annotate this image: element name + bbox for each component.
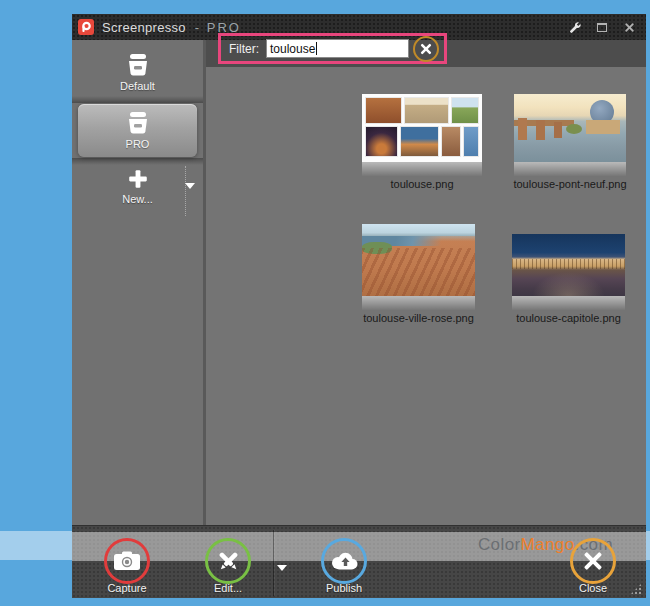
filter-label: Filter: [229, 42, 259, 56]
thumbnail-toulouse-ville-rose[interactable]: toulouse-ville-rose.png [362, 224, 475, 324]
publish-button[interactable] [321, 538, 367, 584]
thumbnail-reflection [512, 296, 625, 310]
edit-button[interactable] [205, 538, 251, 584]
watermark-color: Color [478, 535, 521, 554]
filter-input[interactable]: toulouse [266, 39, 409, 58]
camera-icon [113, 551, 141, 571]
thumbnail-image [362, 224, 475, 296]
toolbar-separator [273, 530, 274, 596]
desktop-background: Screenpresso - PRO [0, 0, 650, 606]
capture-button[interactable] [104, 538, 150, 584]
filter-annotation-highlight: Filter: toulouse [218, 33, 447, 64]
workspace-dropdown-divider [185, 166, 186, 216]
thumbnail-caption: toulouse-pont-neuf.png [513, 178, 626, 190]
thumbnails-panel: toulouse.png toulouse-pont-neuf.png [206, 40, 646, 525]
bottom-toolbar: Capture Edit... [72, 525, 646, 598]
close-label: Close [579, 582, 607, 594]
close-icon [581, 549, 605, 573]
sidebar-item-default[interactable]: Default [72, 54, 203, 92]
edit-chevron-down-icon[interactable] [277, 565, 287, 571]
sidebar-item-label: PRO [126, 138, 150, 150]
maximize-button[interactable] [595, 20, 609, 34]
thumbnail-caption: toulouse-capitole.png [516, 312, 621, 324]
sidebar-item-pro-selected[interactable]: PRO [78, 104, 197, 157]
thumbnail-toulouse-pont-neuf[interactable]: toulouse-pont-neuf.png [514, 94, 626, 190]
workspace-chevron-down-icon[interactable] [185, 183, 195, 189]
sidebar-divider [72, 158, 203, 165]
clear-filter-button[interactable] [413, 36, 439, 62]
thumbnail-image [514, 94, 626, 162]
thumbnail-toulouse[interactable]: toulouse.png [362, 94, 482, 190]
publish-label: Publish [326, 582, 362, 594]
thumbnail-image [512, 234, 625, 296]
watermark-mango: Mango [521, 535, 575, 554]
sidebar-item-new-workspace[interactable]: New... [72, 168, 203, 205]
screenpresso-window: Screenpresso - PRO [72, 14, 646, 598]
text-cursor [316, 42, 317, 55]
workspace-bin-icon [125, 112, 151, 135]
settings-wrench-icon[interactable] [568, 20, 582, 34]
watermark-band [646, 531, 650, 560]
sidebar-item-label: Default [120, 80, 155, 92]
thumbnail-image-collage [362, 94, 482, 162]
sidebar-item-label: New... [122, 193, 153, 205]
plus-icon [127, 168, 149, 190]
resize-grip[interactable] [630, 583, 642, 595]
cloud-upload-icon [329, 551, 359, 571]
thumbnail-reflection [514, 162, 626, 176]
thumbnail-caption: toulouse-ville-rose.png [363, 312, 474, 324]
thumbnail-reflection [362, 296, 475, 310]
capture-label: Capture [107, 582, 146, 594]
close-icon [419, 42, 433, 56]
workspace-sidebar: Default PRO New... [72, 40, 203, 525]
workspace-bin-icon [125, 54, 151, 77]
window-controls [568, 20, 646, 34]
screenpresso-logo-icon [78, 19, 94, 35]
filter-input-value: toulouse [270, 42, 315, 56]
watermark-band [0, 531, 72, 560]
edit-tools-icon [215, 548, 242, 575]
sidebar-divider [72, 96, 203, 103]
close-app-button[interactable] [570, 538, 616, 584]
thumbnail-toulouse-capitole[interactable]: toulouse-capitole.png [512, 234, 625, 324]
thumbnail-caption: toulouse.png [391, 178, 454, 190]
window-title: Screenpresso [102, 20, 186, 35]
edit-label: Edit... [214, 582, 242, 594]
thumbnail-reflection [362, 162, 482, 176]
close-window-button[interactable] [622, 20, 636, 34]
